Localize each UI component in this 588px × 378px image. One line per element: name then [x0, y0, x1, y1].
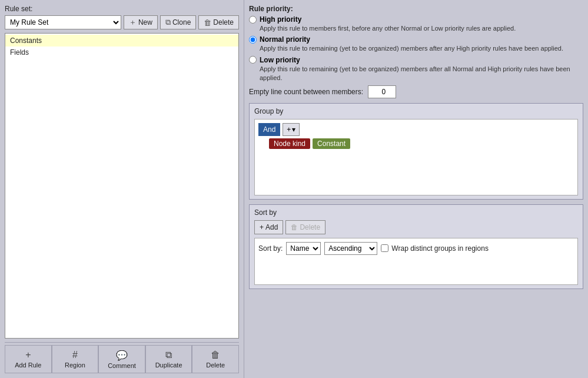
empty-line-row: Empty line count between members: [249, 85, 583, 98]
sort-by-box: Sort by + Add 🗑 Delete Sort by: Name Kin… [249, 204, 583, 289]
priority-radio-group: High priority Apply this rule to members… [249, 15, 583, 83]
add-condition-dropdown-icon: ▾ [292, 125, 295, 134]
group-by-box: Group by And + ▾ Node kind Constant [249, 103, 583, 200]
left-panel: Rule set: My Rule Set ＋ New ⧉ Clone 🗑 De… [0, 0, 244, 378]
sort-delete-button[interactable]: 🗑 Delete [285, 220, 325, 234]
priority-normal-label: Normal priority [260, 35, 310, 44]
priority-high-radio[interactable] [249, 16, 257, 24]
sort-field-select[interactable]: Name Kind Type [286, 242, 321, 255]
tree-item-constants[interactable]: Constants [5, 35, 238, 47]
add-rule-button[interactable]: + Add Rule [5, 345, 52, 373]
comment-icon: 💬 [116, 350, 128, 361]
delete-rule-icon: 🗑 [211, 350, 220, 360]
priority-high-label: High priority [260, 15, 301, 24]
priority-low-label: Low priority [260, 56, 300, 64]
empty-line-label: Empty line count between members: [249, 88, 363, 96]
priority-high-desc: Apply this rule to members first, before… [260, 24, 583, 33]
priority-normal-radio[interactable] [249, 36, 257, 44]
tree-item-fields[interactable]: Fields [5, 47, 238, 58]
new-button[interactable]: ＋ New [124, 15, 158, 29]
priority-high-item: High priority Apply this rule to members… [249, 15, 583, 33]
duplicate-icon: ⧉ [165, 350, 172, 360]
group-by-title: Group by [254, 107, 578, 115]
sort-content: Sort by: Name Kind Type Ascending Descen… [254, 238, 578, 285]
wrap-label: Wrap distinct groups in regions [391, 244, 489, 253]
priority-low-item: Low priority Apply this rule to remainin… [249, 56, 583, 83]
empty-line-count-input[interactable] [368, 85, 396, 98]
tag-constant[interactable]: Constant [313, 138, 350, 149]
comment-button[interactable]: 💬 Comment [98, 345, 145, 373]
priority-low-desc: Apply this rule to remaining (yet to be … [260, 65, 583, 83]
priority-low-radio[interactable] [249, 56, 257, 64]
delete-button[interactable]: 🗑 Delete [198, 15, 239, 29]
sort-toolbar: + Add 🗑 Delete [254, 220, 578, 234]
priority-normal-item: Normal priority Apply this rule to remai… [249, 35, 583, 53]
wrap-checkbox[interactable] [381, 244, 388, 252]
new-icon: ＋ [129, 17, 137, 28]
clone-icon: ⧉ [165, 18, 171, 27]
rule-priority-label: Rule priority: [249, 5, 583, 13]
wrap-checkbox-row: Wrap distinct groups in regions [381, 244, 489, 253]
priority-normal-desc: Apply this rule to remaining (yet to be … [260, 44, 583, 53]
delete-icon: 🗑 [204, 18, 211, 27]
region-button[interactable]: # Region [52, 345, 99, 373]
clone-button[interactable]: ⧉ Clone [160, 15, 196, 29]
and-button[interactable]: And [258, 123, 280, 136]
rule-set-label: Rule set: [5, 5, 239, 13]
sort-row: Sort by: Name Kind Type Ascending Descen… [258, 242, 574, 255]
sort-by-title: Sort by [254, 208, 578, 217]
tree-area: Constants Fields [5, 33, 239, 339]
right-panel: Rule priority: High priority Apply this … [244, 0, 588, 378]
sort-add-button[interactable]: + Add [254, 220, 283, 234]
add-rule-icon: + [25, 350, 31, 360]
rule-set-select[interactable]: My Rule Set [5, 15, 121, 29]
add-condition-button[interactable]: + ▾ [283, 123, 300, 136]
bottom-toolbar: + Add Rule # Region 💬 Comment ⧉ Duplicat… [5, 342, 239, 373]
rule-priority-section: Rule priority: High priority Apply this … [249, 5, 583, 98]
condition-tags: Node kind Constant [269, 138, 574, 149]
region-icon: # [72, 350, 78, 360]
add-condition-plus-icon: + [287, 125, 291, 134]
sort-order-select[interactable]: Ascending Descending [324, 242, 377, 255]
sort-add-icon: + [260, 223, 264, 231]
sort-by-row-label: Sort by: [258, 244, 283, 253]
tag-node-kind[interactable]: Node kind [269, 138, 310, 149]
rule-set-toolbar: My Rule Set ＋ New ⧉ Clone 🗑 Delete [5, 15, 239, 29]
sort-delete-icon: 🗑 [291, 223, 298, 231]
and-row: And + ▾ [258, 123, 574, 136]
group-by-content: And + ▾ Node kind Constant [254, 119, 578, 195]
delete-rule-button[interactable]: 🗑 Delete [192, 345, 239, 373]
duplicate-button[interactable]: ⧉ Duplicate [145, 345, 192, 373]
